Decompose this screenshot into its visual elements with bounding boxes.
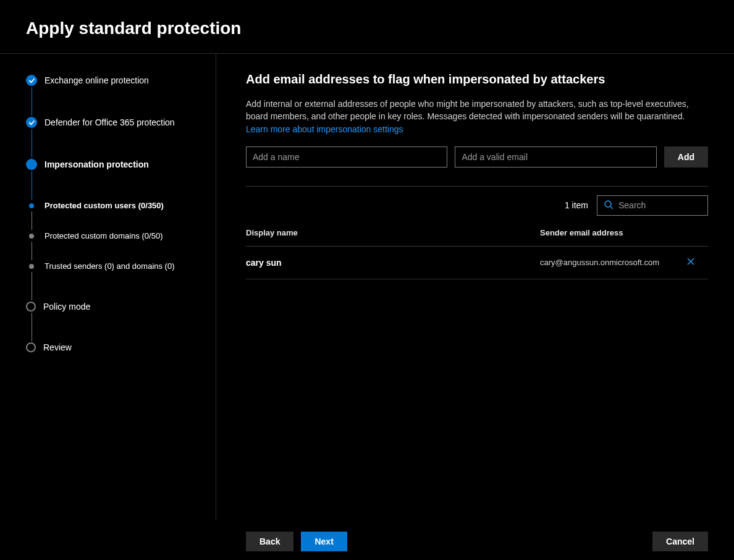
step-impersonation-protection[interactable]: Impersonation protection bbox=[26, 156, 203, 172]
name-input[interactable] bbox=[246, 146, 447, 168]
checkmark-icon bbox=[26, 117, 37, 128]
page-title: Apply standard protection bbox=[26, 19, 708, 38]
search-icon bbox=[604, 200, 614, 211]
substep-dot bbox=[29, 264, 34, 269]
checkmark-icon bbox=[26, 75, 37, 86]
step-policy-mode[interactable]: Policy mode bbox=[26, 299, 203, 314]
step-label: Protected custom domains (0/50) bbox=[44, 231, 162, 240]
divider bbox=[246, 186, 708, 187]
table-row: cary sun cary@angussun.onmicrosoft.com bbox=[246, 247, 708, 279]
row-name: cary sun bbox=[246, 258, 540, 268]
search-box[interactable] bbox=[597, 195, 708, 216]
cancel-button[interactable]: Cancel bbox=[652, 532, 708, 551]
substep-dot bbox=[29, 234, 34, 239]
svg-line-1 bbox=[610, 206, 613, 209]
wizard-sidebar: Exchange online protection Defender for … bbox=[0, 54, 216, 520]
next-button[interactable]: Next bbox=[301, 532, 347, 551]
step-exchange-online[interactable]: Exchange online protection bbox=[26, 72, 203, 88]
step-defender-365[interactable]: Defender for Office 365 protection bbox=[26, 114, 203, 130]
column-display-name: Display name bbox=[246, 228, 540, 237]
back-button[interactable]: Back bbox=[246, 532, 293, 551]
step-label: Trusted senders (0) and domains (0) bbox=[44, 261, 175, 271]
row-email: cary@angussun.onmicrosoft.com bbox=[540, 258, 683, 267]
add-entry-row: Add bbox=[246, 146, 708, 168]
substep-trusted-senders[interactable]: Trusted senders (0) and domains (0) bbox=[26, 259, 203, 273]
current-step-dot bbox=[26, 159, 37, 170]
substep-protected-users[interactable]: Protected custom users (0/350) bbox=[26, 198, 203, 213]
table-header: Display name Sender email address bbox=[246, 228, 708, 247]
step-label: Exchange online protection bbox=[44, 75, 149, 85]
substep-dot bbox=[29, 203, 34, 208]
item-count: 1 item bbox=[565, 200, 588, 210]
remove-row-button[interactable] bbox=[683, 255, 698, 270]
step-label: Review bbox=[43, 342, 72, 352]
column-sender-email: Sender email address bbox=[540, 228, 683, 237]
content-description: Add internal or external addresses of pe… bbox=[246, 98, 708, 135]
email-input[interactable] bbox=[455, 146, 656, 168]
step-label: Policy mode bbox=[43, 302, 90, 312]
close-icon bbox=[686, 257, 695, 268]
add-button[interactable]: Add bbox=[664, 146, 708, 168]
step-label: Protected custom users (0/350) bbox=[44, 201, 164, 210]
svg-point-0 bbox=[605, 201, 611, 207]
wizard-footer: Back Next Cancel bbox=[0, 520, 734, 560]
main-content: Add email addresses to flag when imperso… bbox=[216, 54, 734, 520]
search-input[interactable] bbox=[618, 200, 727, 210]
pending-step-circle bbox=[26, 302, 36, 312]
page-header: Apply standard protection bbox=[0, 0, 734, 54]
content-heading: Add email addresses to flag when imperso… bbox=[246, 72, 708, 87]
substep-protected-domains[interactable]: Protected custom domains (0/50) bbox=[26, 229, 203, 243]
list-toolbar: 1 item bbox=[246, 195, 708, 216]
step-label: Impersonation protection bbox=[44, 159, 149, 169]
pending-step-circle bbox=[26, 342, 36, 352]
step-review[interactable]: Review bbox=[26, 340, 203, 355]
step-label: Defender for Office 365 protection bbox=[44, 117, 175, 127]
learn-more-link[interactable]: Learn more about impersonation settings bbox=[246, 124, 403, 134]
